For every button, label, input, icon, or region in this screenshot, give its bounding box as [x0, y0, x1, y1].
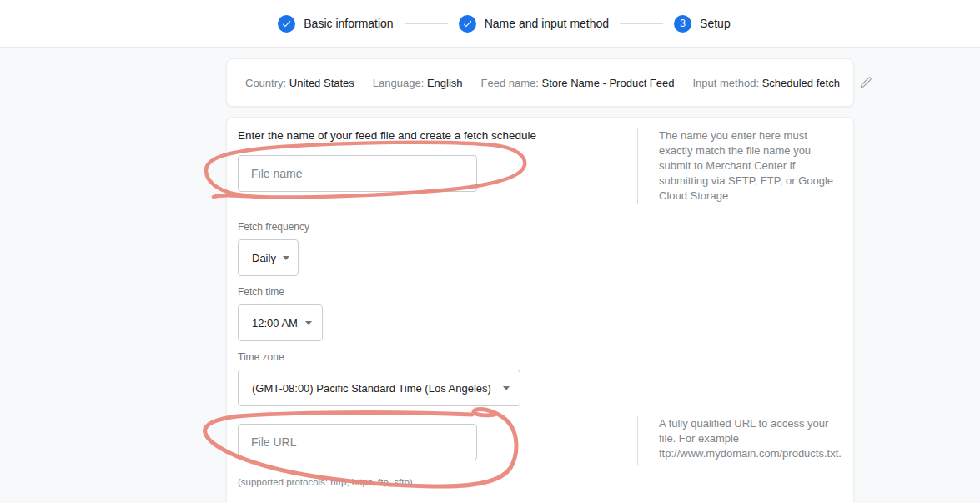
summary-country: Country: United States — [245, 77, 354, 89]
step-label: Setup — [700, 17, 731, 30]
dropdown-arrow-icon — [305, 321, 312, 325]
time-zone-label: Time zone — [238, 352, 284, 363]
wizard-stepper-bar: Basic information Name and input method … — [0, 0, 980, 48]
feed-summary-card: Country: United States Language: English… — [226, 58, 854, 107]
file-url-input[interactable] — [238, 424, 477, 460]
setup-form-card: Enter the name of your feed file and cre… — [226, 117, 854, 503]
step-connector — [620, 23, 663, 24]
step-number: 3 — [680, 18, 686, 28]
time-zone-select[interactable]: (GMT-08:00) Pacific Standard Time (Los A… — [238, 370, 520, 406]
fetch-frequency-select[interactable]: Daily — [238, 239, 299, 276]
summary-input-method: Input method: Scheduled fetch — [693, 77, 840, 89]
step-label: Basic information — [304, 17, 393, 30]
step-label: Name and input method — [485, 17, 609, 30]
dropdown-arrow-icon — [503, 386, 510, 390]
summary-feed-name: Feed name: Store Name - Product Feed — [481, 77, 675, 89]
pencil-icon — [858, 75, 873, 90]
step-basic-information[interactable]: Basic information — [278, 15, 393, 33]
file-name-help-text: The name you enter here must exactly mat… — [637, 128, 846, 204]
fetch-frequency-value: Daily — [252, 252, 276, 264]
fetch-time-value: 12:00 AM — [252, 317, 298, 329]
step-connector — [405, 23, 448, 24]
step-number-badge: 3 — [674, 15, 691, 33]
step-complete-check-icon — [278, 15, 295, 33]
file-name-input[interactable] — [238, 155, 477, 192]
time-zone-value: (GMT-08:00) Pacific Standard Time (Los A… — [252, 382, 491, 395]
step-name-and-input-method[interactable]: Name and input method — [459, 15, 609, 33]
file-url-help-text: A fully qualified URL to access your fil… — [637, 416, 846, 465]
fetch-time-select[interactable]: 12:00 AM — [238, 304, 323, 341]
fetch-time-label: Fetch time — [238, 287, 284, 298]
supported-protocols-note: (supported protocols: http, https, ftp, … — [238, 477, 413, 487]
step-complete-check-icon — [459, 15, 476, 33]
summary-language: Language: English — [373, 77, 463, 89]
fetch-frequency-label: Fetch frequency — [238, 222, 309, 233]
step-setup[interactable]: 3 Setup — [674, 15, 731, 33]
form-heading: Enter the name of your feed file and cre… — [238, 129, 536, 142]
feed-setup-page: Basic information Name and input method … — [0, 0, 980, 503]
stepper: Basic information Name and input method … — [278, 15, 730, 33]
edit-button[interactable] — [858, 69, 873, 96]
summary-fields: Country: United States Language: English… — [245, 77, 858, 89]
dropdown-arrow-icon — [283, 256, 289, 260]
